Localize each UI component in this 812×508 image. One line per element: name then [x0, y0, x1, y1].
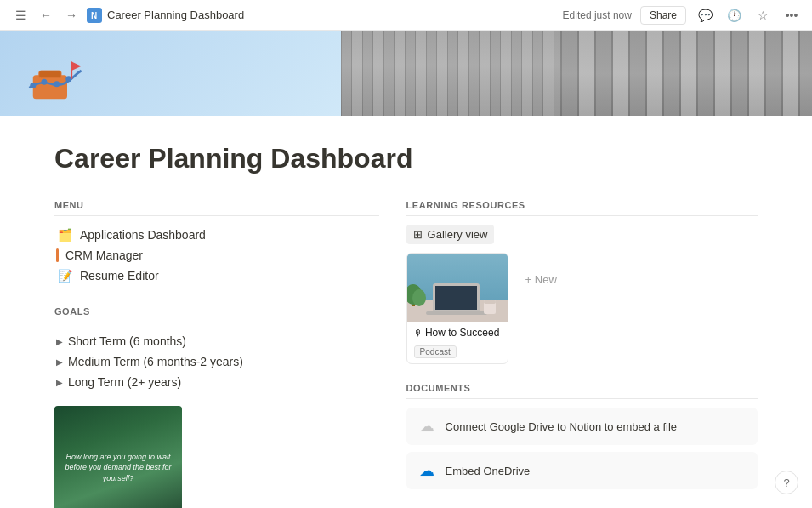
google-drive-item[interactable]: ☁ Connect Google Drive to Notion to embe… — [406, 408, 758, 445]
menu-item-crm-label: CRM Manager — [65, 248, 143, 262]
svg-point-5 — [41, 79, 47, 85]
motivational-image: How long are you going to wait before yo… — [54, 406, 182, 508]
share-button[interactable]: Share — [640, 6, 686, 25]
goal-long-term[interactable]: ▶ Long Term (2+ years) — [54, 372, 379, 392]
page-content: Career Planning Dashboard Menu 🗂️ Applic… — [0, 31, 812, 508]
svg-text:N: N — [91, 11, 97, 20]
gallery-card-image — [407, 254, 508, 322]
comment-icon[interactable]: 💬 — [695, 5, 715, 26]
menu-item-resume-label: Resume Editor — [80, 269, 159, 283]
crm-icon — [56, 248, 59, 262]
svg-rect-3 — [39, 71, 61, 78]
notion-icon: N — [87, 8, 102, 23]
chevron-right-icon: ▶ — [56, 337, 63, 346]
learning-section-header: Learning Resources — [406, 195, 758, 216]
svg-rect-2 — [33, 75, 67, 99]
gallery-card-how-to-succeed[interactable]: 🎙 How to Succeed Podcast — [406, 253, 508, 364]
topbar-right: Edited just now Share 💬 🕐 ☆ ••• — [563, 5, 802, 26]
menu-item-applications[interactable]: 🗂️ Applications Dashboard — [54, 225, 379, 245]
onedrive-label: Embed OneDrive — [446, 465, 531, 477]
page-title-section: Career Planning Dashboard — [0, 116, 812, 195]
menu-section-header: Menu — [54, 195, 379, 216]
hero-banner — [0, 31, 812, 116]
content-area: Menu 🗂️ Applications Dashboard CRM Manag… — [0, 195, 812, 508]
star-icon[interactable]: ☆ — [752, 5, 773, 26]
onedrive-item[interactable]: ☁ Embed OneDrive — [406, 452, 758, 489]
svg-point-17 — [412, 289, 426, 306]
page-title-topbar: Career Planning Dashboard — [107, 9, 244, 21]
left-column: Menu 🗂️ Applications Dashboard CRM Manag… — [54, 195, 379, 508]
svg-rect-13 — [435, 286, 477, 310]
topbar-left: ☰ ← → N Career Planning Dashboard — [10, 5, 244, 26]
chevron-right-icon: ▶ — [56, 378, 63, 387]
edited-status: Edited just now — [563, 9, 632, 21]
gallery-row: 🎙 How to Succeed Podcast + New — [406, 253, 758, 364]
menu-item-crm[interactable]: CRM Manager — [54, 245, 379, 265]
google-drive-label: Connect Google Drive to Notion to embed … — [446, 420, 677, 433]
goal-medium-term[interactable]: ▶ Medium Term (6 months-2 years) — [54, 351, 379, 372]
svg-rect-14 — [426, 311, 487, 315]
gallery-card-badge: Podcast — [414, 345, 457, 358]
svg-point-4 — [30, 83, 36, 88]
back-icon[interactable]: ← — [36, 5, 56, 26]
new-button[interactable]: + New — [519, 270, 564, 289]
goals-section: Goals ▶ Short Term (6 months) ▶ Medium T… — [54, 301, 379, 392]
svg-marker-9 — [71, 62, 81, 71]
menu-item-resume[interactable]: 📝 Resume Editor — [54, 265, 379, 286]
help-button[interactable]: ? — [775, 471, 798, 494]
chevron-right-icon: ▶ — [56, 357, 63, 367]
motivational-text: How long are you going to wait before yo… — [54, 442, 182, 494]
menu-item-applications-label: Applications Dashboard — [80, 228, 206, 242]
goal-long-term-label: Long Term (2+ years) — [68, 375, 181, 389]
onedrive-icon: ☁ — [417, 460, 437, 481]
gallery-view-button[interactable]: ⊞ Gallery view — [406, 225, 495, 244]
gallery-view-label: Gallery view — [428, 228, 488, 241]
google-drive-icon: ☁ — [417, 416, 437, 437]
svg-rect-19 — [484, 300, 496, 304]
gallery-card-title: 🎙 How to Succeed — [407, 322, 508, 344]
more-icon[interactable]: ••• — [781, 5, 802, 26]
documents-section-header: Documents — [406, 378, 758, 399]
goals-section-header: Goals — [54, 301, 379, 322]
clock-icon[interactable]: 🕐 — [724, 5, 744, 26]
gallery-media-icon: 🎙 — [414, 328, 423, 338]
page-main-title: Career Planning Dashboard — [54, 143, 758, 174]
hero-right — [560, 31, 812, 116]
forward-icon[interactable]: → — [61, 5, 82, 26]
career-illustration — [26, 47, 85, 109]
svg-point-7 — [65, 76, 71, 82]
topbar: ☰ ← → N Career Planning Dashboard Edited… — [0, 0, 812, 31]
goal-short-term[interactable]: ▶ Short Term (6 months) — [54, 331, 379, 351]
applications-icon: 🗂️ — [56, 228, 73, 242]
documents-section: Documents ☁ Connect Google Drive to Noti… — [406, 378, 758, 489]
goal-medium-term-label: Medium Term (6 months-2 years) — [68, 355, 243, 368]
menu-icon[interactable]: ☰ — [10, 5, 31, 26]
right-column: Learning Resources ⊞ Gallery view — [406, 195, 758, 508]
gallery-icon: ⊞ — [413, 228, 423, 241]
hero-left — [0, 31, 341, 116]
goal-short-term-label: Short Term (6 months) — [68, 334, 186, 348]
hero-center — [341, 31, 560, 116]
svg-point-6 — [54, 81, 60, 87]
resume-icon: 📝 — [56, 269, 73, 283]
